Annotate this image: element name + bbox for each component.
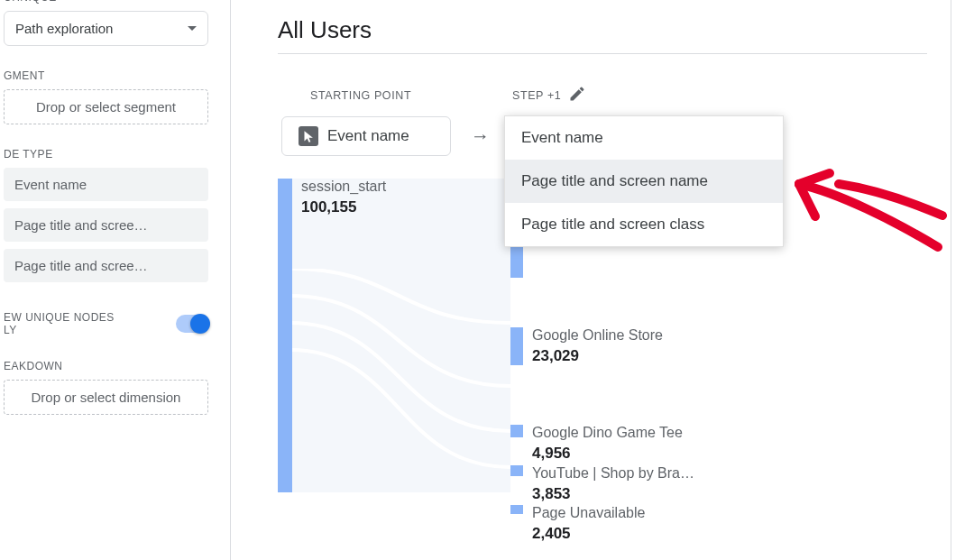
technique-value: Path exploration: [15, 21, 113, 36]
unique-label: EW UNIQUE NODES LY: [4, 311, 115, 336]
start-node-value: 100,155: [301, 198, 356, 216]
cursor-icon: [299, 126, 318, 146]
right-border: [951, 0, 951, 560]
chevron-down-icon: [188, 26, 197, 31]
step-node-bar: [510, 465, 523, 476]
arrow-right-icon: →: [471, 125, 490, 147]
breakdown-label: EAKDOWN: [4, 360, 208, 372]
step-node-value: 4,956: [532, 445, 571, 463]
step-node-label: YouTube | Shop by Bra…: [532, 465, 694, 482]
step-node-label: Page Unavailable: [532, 505, 645, 521]
step-node-bar: [510, 425, 523, 437]
step-node-label: Google Online Store: [532, 327, 663, 344]
starting-point-value: Event name: [327, 127, 409, 145]
nodetype-chip[interactable]: Page title and scree…: [4, 249, 208, 282]
step-node-value: 2,405: [532, 525, 571, 543]
pencil-icon[interactable]: [568, 85, 586, 106]
starting-point-chip[interactable]: Event name: [281, 116, 451, 156]
breakdown-dropzone[interactable]: Drop or select dimension: [4, 380, 208, 415]
config-sidebar: CHNIQUE Path exploration GMENT Drop or s…: [0, 0, 231, 560]
unique-nodes-toggle[interactable]: [176, 315, 208, 333]
dropdown-item-event-name[interactable]: Event name: [505, 116, 783, 160]
dropdown-item-page-title-screen-name[interactable]: Page title and screen name: [505, 160, 783, 203]
technique-select[interactable]: Path exploration: [4, 11, 208, 46]
nodetype-chip[interactable]: Page title and scree…: [4, 208, 208, 242]
report-title: All Users: [278, 16, 927, 54]
segment-label: GMENT: [4, 69, 208, 82]
step-node-value: 23,029: [532, 347, 579, 365]
nodetype-chip[interactable]: Event name: [4, 168, 208, 201]
start-node-bar[interactable]: [278, 179, 292, 492]
step-node-bar: [510, 327, 523, 365]
technique-label: CHNIQUE: [4, 0, 208, 4]
step-header: STEP +1: [512, 89, 561, 102]
step-node-bar: [510, 505, 523, 514]
step-node-value: 3,853: [532, 485, 571, 503]
dropdown-item-page-title-screen-class[interactable]: Page title and screen class: [505, 203, 783, 246]
starting-point-header: STARTING POINT: [278, 89, 512, 102]
segment-dropzone[interactable]: Drop or select segment: [4, 89, 208, 124]
start-node-label: session_start: [301, 179, 386, 195]
step-node-label: Google Dino Game Tee: [532, 425, 683, 441]
step-dropdown: Event name Page title and screen name Pa…: [504, 115, 784, 247]
nodetype-label: DE TYPE: [4, 148, 208, 161]
